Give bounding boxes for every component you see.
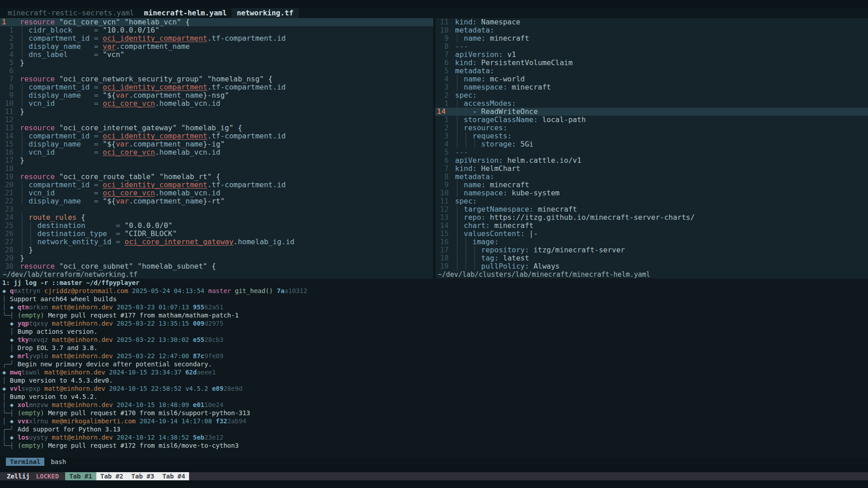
gutter-padding [14, 213, 20, 222]
code-line: 14│ chart: minecraft [435, 222, 868, 230]
code-line: 5} [0, 59, 433, 67]
shell-name[interactable]: bash [51, 458, 66, 465]
token-op: = [94, 189, 99, 197]
token-pln [48, 401, 52, 408]
token-pln [120, 237, 125, 246]
code-line: 15│ valuesContent: |- [435, 230, 868, 238]
token-ref: oci_core_vcn [103, 189, 155, 197]
code-line: 8│ compartment_id = oci_identity_compart… [0, 83, 433, 91]
token-prop: destination [38, 221, 85, 230]
token-fld: .compartment_name [129, 197, 203, 205]
token-gd: │ [464, 107, 468, 116]
token-pln [113, 336, 116, 343]
token-pln [113, 434, 116, 441]
editor-pane-networking-tf[interactable]: 1resource "oci_core_vcn" "homelab_vcn" {… [0, 18, 433, 279]
buffer-tab-minecraft-restic-secrets.yaml[interactable]: minecraft-restic-secrets.yaml [3, 8, 139, 18]
token-gd: │ [473, 246, 477, 254]
token-yval: Namespace [477, 18, 520, 26]
gutter-padding [14, 262, 20, 270]
buffer-tab-minecraft-helm.yaml[interactable]: minecraft-helm.yaml [139, 8, 232, 18]
token-yval: |- [525, 229, 538, 238]
token-node: ◆ [2, 369, 10, 376]
token-eml: matt@einhorn.dev [52, 320, 113, 327]
gutter-padding [449, 238, 455, 246]
zellij-tab-3[interactable]: Tab #3 [127, 472, 158, 480]
editor-pane-minecraft-helm[interactable]: 11kind: Namespace10metadata:9│ name: min… [435, 18, 868, 279]
token-gd: │ [464, 140, 468, 148]
token-gd: │ [455, 262, 460, 270]
token-pln [90, 34, 94, 43]
line-number: 2 [435, 124, 449, 132]
zellij-tab-2[interactable]: Tab #2 [96, 472, 128, 480]
token-gd: │ [464, 254, 468, 262]
token-pln [24, 180, 29, 189]
token-gd: │ [464, 246, 468, 254]
token-pln [460, 213, 464, 222]
token-co: 28e9d [223, 385, 242, 392]
token-gd: │ [20, 50, 24, 59]
buffer-tab-networking.tf[interactable]: networking.tf [232, 8, 298, 18]
token-prop: display_name [28, 140, 81, 148]
token-pln [120, 221, 125, 230]
token-tg [2, 352, 10, 360]
log-line: │ Bump version to 4.5.3.dev0. [2, 376, 868, 384]
token-str: "oci_core_route_table" "homelab_rt" [59, 172, 212, 181]
token-yval: minecraft [490, 221, 533, 230]
line-number: 3 [435, 83, 449, 91]
token-cop: 62d [185, 369, 197, 376]
token-pln [468, 254, 473, 262]
zellij-tab-4[interactable]: Tab #4 [158, 472, 190, 480]
token-pln: { [76, 213, 85, 222]
token-pln [24, 237, 29, 246]
token-cidp: tky [18, 336, 29, 343]
jj-log-output: ◆ qmxttryn cjriddz@protonmail.com 2025-0… [2, 287, 868, 450]
token-gd: │ [20, 237, 24, 246]
gutter-padding [449, 246, 455, 254]
code-line: 27│ │ network_entity_id = oci_core_inter… [0, 238, 433, 246]
log-line: ╰─┤ (empty) Merge pull request #177 from… [2, 311, 868, 319]
token-pln [98, 26, 103, 34]
token-gd: │ [20, 189, 24, 197]
code-area-yaml[interactable]: 11kind: Namespace10metadata:9│ name: min… [435, 18, 868, 270]
gutter-padding [14, 34, 20, 43]
code-line: 1│ storageClassName: local-path [435, 116, 868, 124]
token-desc: Merge pull request #170 from misl6/suppo… [44, 409, 250, 417]
token-pln [98, 83, 103, 91]
code-area-terraform[interactable]: 1resource "oci_core_vcn" "homelab_vcn" {… [0, 18, 433, 270]
token-yval: local-path [538, 115, 586, 124]
token-tg [2, 320, 10, 327]
token-pln [468, 132, 473, 140]
gutter-padding [14, 222, 20, 230]
token-pln [55, 18, 59, 26]
token-pln [468, 140, 473, 148]
token-pln [113, 320, 116, 327]
code-line: 12 [0, 116, 433, 124]
line-number: 12 [0, 116, 14, 124]
gutter-padding [449, 156, 455, 165]
token-tg: │ [2, 328, 18, 335]
terminal-mode-chip[interactable]: Terminal [6, 458, 44, 466]
token-pln [72, 26, 94, 34]
zellij-tab-1[interactable]: Tab #1 [65, 472, 96, 480]
token-gd: │ [28, 229, 33, 238]
token-gd: │ [20, 197, 24, 205]
statusline-path-left: ~/dev/lab/terraform/networking.tf [0, 270, 433, 279]
token-pln [460, 123, 464, 132]
token-pln [24, 83, 29, 91]
token-cidp: yqp [18, 320, 29, 327]
code-line: 7kind: HelmChart [435, 165, 868, 173]
token-co: d2975 [204, 320, 223, 327]
line-number: 5 [0, 59, 14, 67]
token-cid: mxttryn [14, 287, 40, 294]
code-line: 18│ │ │ tag: latest [435, 254, 868, 262]
token-yval: itzg/minecraft-server [529, 246, 625, 254]
line-number: 17 [0, 156, 14, 165]
token-pln [55, 189, 94, 197]
token-prop: display_name [28, 197, 81, 205]
token-yval: ReadWriteOnce [481, 107, 538, 116]
token-desc: Bump version to 4.5.3.dev0. [10, 377, 113, 384]
token-str: }-ig" [203, 140, 225, 148]
token-pln: { [264, 75, 272, 83]
terminal-pane[interactable]: 1: jj log -r ::master ~/d/ffpyplayer ◆ q… [0, 279, 868, 458]
terminal-prompt[interactable]: log file: [2, 450, 868, 458]
